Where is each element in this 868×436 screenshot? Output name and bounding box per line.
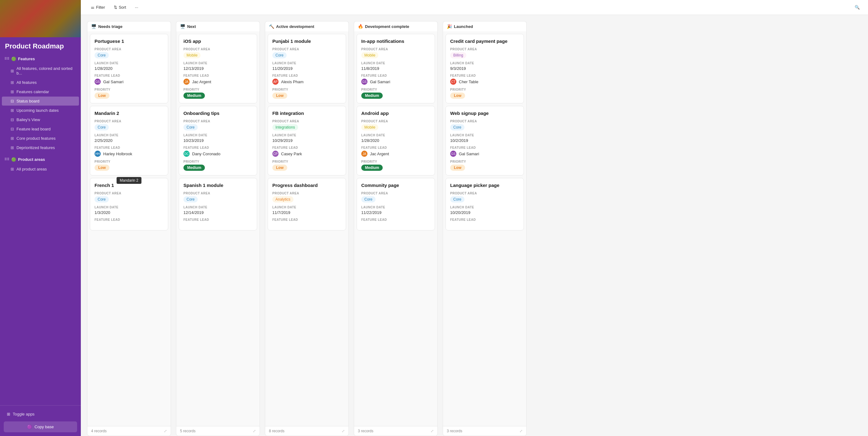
sidebar-item-status-board[interactable]: ⊟ Status board [2,97,79,106]
sidebar-nav: ⠿⠿ 🟢 Features ⊞ All features, colored an… [0,53,81,405]
sidebar-item-features-calendar[interactable]: ⊞ Features calendar [2,87,79,96]
feature-lead-label: FEATURE LEAD [94,74,163,77]
expand-icon[interactable]: ⤢ [520,429,523,433]
column-active-development: 🔨Active development Punjabi 1 module PRO… [265,21,349,436]
sidebar-item-label: All features, colored and sorted b... [17,66,74,75]
card[interactable]: Portuguese 1 PRODUCT AREA Core LAUNCH DA… [90,34,168,103]
product-area-value: Core [450,196,519,202]
product-area-value: Billing [450,52,519,58]
feature-lead-row: APAlexis Pham [272,78,341,85]
calendar-icon: ⊞ [10,90,14,94]
expand-icon[interactable]: ⤢ [431,429,434,433]
card[interactable]: Web signup page PRODUCT AREA Core LAUNCH… [445,106,524,175]
card[interactable]: In-app notifications PRODUCT AREA Mobile… [356,34,435,103]
priority-badge: Low [450,165,465,171]
feature-lead-row: JAJac Argent [183,78,252,85]
ellipsis-icon: ··· [135,5,138,10]
feature-lead-label: FEATURE LEAD [94,218,163,222]
card[interactable]: Android app PRODUCT AREA Mobile LAUNCH D… [356,106,435,175]
product-area-tag: Mobile [361,52,378,58]
priority-label: PRIORITY [272,88,341,91]
sidebar-header-image [0,0,81,37]
product-area-tag: Core [94,196,109,202]
column-footer: 4 records⤢ [87,426,171,436]
feature-lead-row: GSGal Samari [450,150,519,157]
grid-icon: ⊞ [10,167,14,171]
column-header: 🔥Development complete [354,21,438,31]
column-header-icon: 🖥️ [91,24,96,29]
card[interactable]: Mandarin 2 PRODUCT AREA Core LAUNCH DATE… [90,106,168,175]
product-area-tag: Core [94,52,109,58]
product-area-label: PRODUCT AREA [183,120,252,123]
column-header-label: Launched [454,24,473,29]
sidebar-item-feature-lead-board[interactable]: ⊟ Feature lead board [2,125,79,134]
apps-icon: ⊞ [7,412,10,416]
product-area-label: PRODUCT AREA [94,47,163,51]
filter-button[interactable]: ⚌ Filter [87,3,109,11]
expand-icon[interactable]: ⤢ [342,429,345,433]
launch-date-value: 12/14/2019 [183,210,252,215]
sidebar-section-product-areas[interactable]: ⠿⠿ 🟢 Product areas [0,155,81,164]
sort-button[interactable]: ⇅ Sort [110,3,130,11]
expand-icon[interactable]: ⤢ [164,429,167,433]
avatar: HH [94,150,101,157]
launch-date-label: LAUNCH DATE [183,206,252,209]
product-area-label: PRODUCT AREA [361,47,430,51]
feature-lead-label: FEATURE LEAD [361,218,430,222]
launch-date-label: LAUNCH DATE [94,62,163,65]
card-title: Web signup page [450,110,519,116]
card[interactable]: Community page PRODUCT AREA Core LAUNCH … [356,178,435,230]
toggle-apps-button[interactable]: ⊞ Toggle apps [4,409,77,419]
column-header: 🎉Launched [443,21,527,31]
card[interactable]: Punjabi 1 module PRODUCT AREA Core LAUNC… [268,34,346,103]
card[interactable]: Language picker page PRODUCT AREA Core L… [445,178,524,230]
card[interactable]: Spanish 1 module PRODUCT AREA Core LAUNC… [179,178,257,230]
board: 🖥️Needs triage Portuguese 1 PRODUCT AREA… [81,15,868,436]
card-title: Portuguese 1 [94,38,163,44]
sidebar-item-deprioritized-features[interactable]: ⊞ Deprioritized features [2,143,79,152]
priority-label: PRIORITY [183,88,252,91]
feature-lead-row: GSGal Samari [94,78,163,85]
launch-date-value: 11/8/2019 [361,66,430,71]
sidebar-section-features[interactable]: ⠿⠿ 🟢 Features [0,54,81,64]
launch-date-value: 12/13/2019 [183,66,252,71]
sidebar-item-label: Deprioritized features [17,145,55,150]
sidebar-item-upcoming-launch-dates[interactable]: ⊞ Upcoming launch dates [2,106,79,115]
feature-lead-label: FEATURE LEAD [361,74,430,77]
product-area-tag: Core [272,52,287,58]
avatar: JA [183,78,190,85]
sort-icon: ⇅ [114,5,117,10]
expand-icon[interactable]: ⤢ [253,429,256,433]
sidebar-item-baileys-view[interactable]: ⊟ Bailey's View [2,115,79,124]
column-header-icon: 🔨 [269,24,274,29]
card[interactable]: Progress dashboard PRODUCT AREA Analytic… [268,178,346,230]
sidebar-item-all-features[interactable]: ⊞ All features [2,78,79,87]
records-count: 8 records [269,429,284,433]
search-button[interactable]: 🔍 [853,3,862,11]
card[interactable]: French 1 PRODUCT AREA Core LAUNCH DATE 1… [90,178,168,230]
sidebar-item-all-product-areas[interactable]: ⊞ All product areas [2,165,79,174]
feature-lead-label: FEATURE LEAD [183,74,252,77]
card[interactable]: iOS app PRODUCT AREA Mobile LAUNCH DATE … [179,34,257,103]
card[interactable]: Credit card payment page PRODUCT AREA Bi… [445,34,524,103]
card[interactable]: Onboarding tips PRODUCT AREA Core LAUNCH… [179,106,257,175]
feature-lead-label: FEATURE LEAD [450,146,519,149]
sidebar-item-all-features-colored[interactable]: ⊞ All features, colored and sorted b... [2,64,79,78]
card-title: Android app [361,110,430,116]
sidebar-item-label: Status board [17,99,39,103]
sidebar-item-label: Features calendar [17,90,49,94]
priority-value: Low [272,93,341,99]
product-area-value: Mobile [361,124,430,130]
priority-value: Low [272,165,341,171]
card-title: iOS app [183,38,252,44]
card[interactable]: FB integration PRODUCT AREA Integrations… [268,106,346,175]
feature-lead-label: FEATURE LEAD [272,74,341,77]
feature-lead-row: JAJac Argent [361,150,430,157]
launch-date-label: LAUNCH DATE [183,134,252,137]
sidebar-item-core-product-features[interactable]: ⊞ Core product features [2,134,79,143]
product-area-label: PRODUCT AREA [450,120,519,123]
more-options-button[interactable]: ··· [131,3,142,11]
product-area-value: Mobile [361,52,430,58]
copy-base-button[interactable]: 🟣 Copy base [4,422,77,432]
launch-date-value: 1/28/2020 [361,138,430,143]
